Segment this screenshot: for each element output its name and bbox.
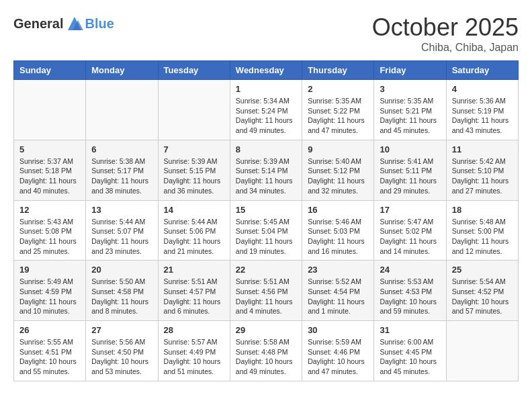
day-number: 21 <box>164 265 224 275</box>
calendar-empty-cell <box>14 80 86 140</box>
day-number: 27 <box>91 325 152 335</box>
calendar-day-4: 4Sunrise: 5:36 AM Sunset: 5:19 PM Daylig… <box>446 80 518 140</box>
day-number: 22 <box>236 265 296 275</box>
day-info: Sunrise: 5:38 AM Sunset: 5:17 PM Dayligh… <box>91 156 152 196</box>
calendar-day-20: 20Sunrise: 5:50 AM Sunset: 4:58 PM Dayli… <box>86 261 158 321</box>
day-info: Sunrise: 5:53 AM Sunset: 4:53 PM Dayligh… <box>380 277 440 316</box>
day-info: Sunrise: 5:43 AM Sunset: 5:08 PM Dayligh… <box>19 217 80 257</box>
calendar-day-28: 28Sunrise: 5:57 AM Sunset: 4:49 PM Dayli… <box>158 321 230 381</box>
day-info: Sunrise: 5:37 AM Sunset: 5:18 PM Dayligh… <box>19 156 80 196</box>
day-info: Sunrise: 5:58 AM Sunset: 4:48 PM Dayligh… <box>236 337 296 377</box>
day-number: 26 <box>19 325 80 335</box>
day-number: 2 <box>308 84 368 94</box>
logo-general-text: General <box>13 16 63 32</box>
day-number: 28 <box>164 325 224 335</box>
calendar-empty-cell <box>446 321 518 381</box>
calendar-day-26: 26Sunrise: 5:55 AM Sunset: 4:51 PM Dayli… <box>14 321 86 381</box>
calendar-day-23: 23Sunrise: 5:52 AM Sunset: 4:54 PM Dayli… <box>302 261 374 321</box>
calendar-day-15: 15Sunrise: 5:45 AM Sunset: 5:04 PM Dayli… <box>230 200 302 261</box>
day-number: 24 <box>380 265 440 275</box>
calendar-day-7: 7Sunrise: 5:39 AM Sunset: 5:15 PM Daylig… <box>158 140 230 200</box>
calendar-day-1: 1Sunrise: 5:34 AM Sunset: 5:24 PM Daylig… <box>230 80 302 140</box>
calendar-table: SundayMondayTuesdayWednesdayThursdayFrid… <box>13 60 519 381</box>
day-number: 19 <box>19 265 80 275</box>
day-info: Sunrise: 6:00 AM Sunset: 4:45 PM Dayligh… <box>380 337 440 377</box>
calendar-day-19: 19Sunrise: 5:49 AM Sunset: 4:59 PM Dayli… <box>14 261 86 321</box>
calendar-day-9: 9Sunrise: 5:40 AM Sunset: 5:12 PM Daylig… <box>302 140 374 200</box>
calendar-day-31: 31Sunrise: 6:00 AM Sunset: 4:45 PM Dayli… <box>374 321 446 381</box>
calendar-week-row: 5Sunrise: 5:37 AM Sunset: 5:18 PM Daylig… <box>14 140 519 200</box>
day-info: Sunrise: 5:39 AM Sunset: 5:15 PM Dayligh… <box>164 156 224 196</box>
calendar-day-21: 21Sunrise: 5:51 AM Sunset: 4:57 PM Dayli… <box>158 261 230 321</box>
day-info: Sunrise: 5:54 AM Sunset: 4:52 PM Dayligh… <box>452 277 513 316</box>
day-info: Sunrise: 5:44 AM Sunset: 5:07 PM Dayligh… <box>91 217 152 257</box>
day-number: 12 <box>19 205 80 215</box>
location-title: Chiba, Chiba, Japan <box>372 42 519 54</box>
calendar-day-29: 29Sunrise: 5:58 AM Sunset: 4:48 PM Dayli… <box>230 321 302 381</box>
weekday-header-thursday: Thursday <box>302 61 374 80</box>
calendar-day-10: 10Sunrise: 5:41 AM Sunset: 5:11 PM Dayli… <box>374 140 446 200</box>
day-number: 30 <box>308 325 368 335</box>
day-info: Sunrise: 5:42 AM Sunset: 5:10 PM Dayligh… <box>452 156 513 196</box>
day-info: Sunrise: 5:46 AM Sunset: 5:03 PM Dayligh… <box>308 217 368 257</box>
weekday-header-row: SundayMondayTuesdayWednesdayThursdayFrid… <box>14 61 519 80</box>
calendar-day-18: 18Sunrise: 5:48 AM Sunset: 5:00 PM Dayli… <box>446 200 518 261</box>
day-info: Sunrise: 5:51 AM Sunset: 4:56 PM Dayligh… <box>236 277 296 316</box>
weekday-header-monday: Monday <box>86 61 158 80</box>
day-info: Sunrise: 5:41 AM Sunset: 5:11 PM Dayligh… <box>380 156 440 196</box>
weekday-header-sunday: Sunday <box>14 61 86 80</box>
day-info: Sunrise: 5:34 AM Sunset: 5:24 PM Dayligh… <box>236 96 296 136</box>
calendar-day-14: 14Sunrise: 5:44 AM Sunset: 5:06 PM Dayli… <box>158 200 230 261</box>
calendar-day-6: 6Sunrise: 5:38 AM Sunset: 5:17 PM Daylig… <box>86 140 158 200</box>
day-number: 3 <box>380 84 440 94</box>
calendar-day-13: 13Sunrise: 5:44 AM Sunset: 5:07 PM Dayli… <box>86 200 158 261</box>
day-info: Sunrise: 5:55 AM Sunset: 4:51 PM Dayligh… <box>19 337 80 377</box>
day-number: 6 <box>91 144 152 154</box>
calendar-day-22: 22Sunrise: 5:51 AM Sunset: 4:56 PM Dayli… <box>230 261 302 321</box>
day-number: 8 <box>236 144 296 154</box>
calendar-week-row: 19Sunrise: 5:49 AM Sunset: 4:59 PM Dayli… <box>14 261 519 321</box>
day-number: 7 <box>164 144 224 154</box>
weekday-header-tuesday: Tuesday <box>158 61 230 80</box>
day-info: Sunrise: 5:35 AM Sunset: 5:22 PM Dayligh… <box>308 96 368 136</box>
month-title: October 2025 <box>372 13 519 42</box>
day-info: Sunrise: 5:44 AM Sunset: 5:06 PM Dayligh… <box>164 217 224 257</box>
day-info: Sunrise: 5:50 AM Sunset: 4:58 PM Dayligh… <box>91 277 152 316</box>
day-number: 20 <box>91 265 152 275</box>
day-info: Sunrise: 5:56 AM Sunset: 4:50 PM Dayligh… <box>91 337 152 377</box>
day-number: 18 <box>452 205 513 215</box>
day-info: Sunrise: 5:48 AM Sunset: 5:00 PM Dayligh… <box>452 217 513 257</box>
day-number: 5 <box>19 144 80 154</box>
day-number: 29 <box>236 325 296 335</box>
calendar-day-27: 27Sunrise: 5:56 AM Sunset: 4:50 PM Dayli… <box>86 321 158 381</box>
calendar-day-12: 12Sunrise: 5:43 AM Sunset: 5:08 PM Dayli… <box>14 200 86 261</box>
weekday-header-saturday: Saturday <box>446 61 518 80</box>
day-info: Sunrise: 5:47 AM Sunset: 5:02 PM Dayligh… <box>380 217 440 257</box>
logo-icon <box>64 13 85 34</box>
calendar-day-2: 2Sunrise: 5:35 AM Sunset: 5:22 PM Daylig… <box>302 80 374 140</box>
title-block: October 2025 Chiba, Chiba, Japan <box>372 13 519 54</box>
day-info: Sunrise: 5:45 AM Sunset: 5:04 PM Dayligh… <box>236 217 296 257</box>
calendar-week-row: 12Sunrise: 5:43 AM Sunset: 5:08 PM Dayli… <box>14 200 519 261</box>
calendar-day-8: 8Sunrise: 5:39 AM Sunset: 5:14 PM Daylig… <box>230 140 302 200</box>
calendar-week-row: 26Sunrise: 5:55 AM Sunset: 4:51 PM Dayli… <box>14 321 519 381</box>
day-number: 9 <box>308 144 368 154</box>
day-number: 11 <box>452 144 513 154</box>
calendar-day-24: 24Sunrise: 5:53 AM Sunset: 4:53 PM Dayli… <box>374 261 446 321</box>
day-number: 15 <box>236 205 296 215</box>
calendar-day-25: 25Sunrise: 5:54 AM Sunset: 4:52 PM Dayli… <box>446 261 518 321</box>
day-number: 31 <box>380 325 440 335</box>
day-number: 4 <box>452 84 513 94</box>
day-info: Sunrise: 5:35 AM Sunset: 5:21 PM Dayligh… <box>380 96 440 136</box>
logo: General Blue <box>13 13 114 34</box>
weekday-header-wednesday: Wednesday <box>230 61 302 80</box>
day-info: Sunrise: 5:39 AM Sunset: 5:14 PM Dayligh… <box>236 156 296 196</box>
calendar-day-17: 17Sunrise: 5:47 AM Sunset: 5:02 PM Dayli… <box>374 200 446 261</box>
day-number: 14 <box>164 205 224 215</box>
day-number: 23 <box>308 265 368 275</box>
day-info: Sunrise: 5:52 AM Sunset: 4:54 PM Dayligh… <box>308 277 368 316</box>
day-number: 16 <box>308 205 368 215</box>
calendar-day-30: 30Sunrise: 5:59 AM Sunset: 4:46 PM Dayli… <box>302 321 374 381</box>
page-header: General Blue October 2025 Chiba, Chiba, … <box>13 13 519 54</box>
calendar-day-5: 5Sunrise: 5:37 AM Sunset: 5:18 PM Daylig… <box>14 140 86 200</box>
